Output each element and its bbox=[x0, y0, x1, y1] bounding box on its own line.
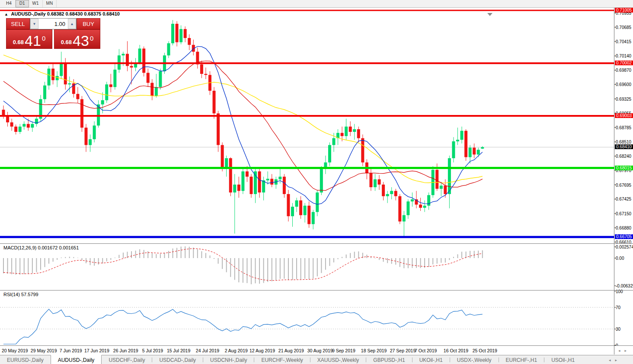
candlestick bbox=[307, 206, 310, 224]
date-axis-label: 9 Sep 2019 bbox=[332, 348, 355, 353]
candlestick bbox=[382, 185, 385, 196]
tab-bar-arrows: ◂ ▸ bbox=[609, 358, 617, 362]
candlestick bbox=[126, 54, 129, 66]
candlestick bbox=[229, 158, 232, 192]
candlestick bbox=[167, 43, 170, 55]
date-axis-label: 15 Jul 2019 bbox=[167, 348, 190, 353]
timeframe-toolbar: H4D1W1MN bbox=[0, 0, 633, 8]
sell-price-prefix: 0.68 bbox=[13, 39, 24, 45]
tabs-scroll-left-icon[interactable]: ◂ bbox=[609, 358, 611, 362]
rsi-indicator-label: RSI(14) 57.5799 bbox=[3, 292, 38, 297]
rsi-axis-label: 30 bbox=[616, 327, 633, 332]
date-axis-label: 27 Sep 2019 bbox=[390, 348, 416, 353]
sell-button[interactable]: SELL bbox=[6, 18, 30, 29]
candlestick bbox=[147, 73, 150, 83]
candlestick bbox=[241, 171, 244, 191]
candlestick bbox=[121, 54, 125, 56]
timeframe-button-w1[interactable]: W1 bbox=[29, 0, 43, 7]
chart-symbol-label: AUDUSD-,Daily bbox=[11, 11, 46, 16]
chart-tab-audusd-daily[interactable]: AUDUSD-,Daily bbox=[51, 355, 102, 364]
price-axis-tick-label: 0.66610 bbox=[616, 240, 633, 245]
candlestick bbox=[27, 124, 30, 128]
volume-input[interactable] bbox=[38, 19, 68, 29]
tabs-scroll-right-icon[interactable]: ▸ bbox=[615, 358, 617, 362]
chart-canvas[interactable] bbox=[0, 0, 633, 364]
price-axis-tick-label: 0.69600 bbox=[616, 82, 633, 87]
price-axis-tick-label: 0.68240 bbox=[616, 154, 633, 159]
price-axis-tick-label: 0.68510 bbox=[616, 140, 633, 144]
candlestick bbox=[254, 171, 257, 194]
candlestick bbox=[171, 24, 174, 43]
candlestick bbox=[460, 131, 464, 140]
buy-price-button[interactable]: 0.68 43 0 bbox=[54, 29, 100, 49]
candlestick bbox=[258, 171, 261, 192]
volume-stepper: ▼ ▲ bbox=[30, 18, 77, 29]
candlestick bbox=[403, 215, 406, 222]
candlestick bbox=[250, 177, 253, 194]
candlestick bbox=[435, 170, 438, 189]
candlestick bbox=[101, 100, 104, 105]
sell-price-button[interactable]: 0.68 41 0 bbox=[6, 29, 52, 49]
candlestick bbox=[221, 145, 224, 169]
candlestick bbox=[130, 66, 133, 68]
chart-tab-usoil-h1[interactable]: USOil-,H1 bbox=[544, 355, 582, 364]
candlestick bbox=[406, 201, 409, 215]
candlestick bbox=[31, 124, 34, 128]
date-axis-label: 17 Jun 2019 bbox=[84, 348, 109, 353]
candlestick bbox=[138, 48, 141, 63]
candlestick bbox=[155, 87, 158, 96]
one-click-trading-toggle-icon[interactable]: ▲ bbox=[4, 12, 8, 16]
candlestick bbox=[2, 110, 5, 115]
chart-tab-usdcnh-daily[interactable]: USDCNH-,Daily bbox=[203, 355, 254, 364]
chart-tab-eurusd-daily[interactable]: EURUSD-,Daily bbox=[0, 355, 51, 364]
candlestick bbox=[369, 173, 372, 187]
candlestick bbox=[60, 63, 63, 76]
chart-tab-usdchf-daily[interactable]: USDCHF-,Daily bbox=[102, 355, 152, 364]
timeframe-button-d1[interactable]: D1 bbox=[16, 0, 29, 7]
date-axis-label: 16 Oct 2019 bbox=[444, 348, 468, 353]
chart-tab-usdcad-daily[interactable]: USDCAD-,Daily bbox=[152, 355, 203, 364]
timeframe-button-mn[interactable]: MN bbox=[43, 0, 57, 7]
candlestick bbox=[473, 148, 476, 155]
candlestick bbox=[332, 138, 336, 145]
candlestick bbox=[233, 185, 236, 192]
candlestick bbox=[43, 86, 46, 99]
candlestick bbox=[266, 179, 269, 181]
timeframe-button-h4[interactable]: H4 bbox=[3, 0, 16, 7]
scroll-left-icon[interactable]: ◂ bbox=[618, 348, 620, 353]
buy-price-pips: 43 bbox=[73, 34, 89, 47]
candlestick bbox=[423, 206, 426, 208]
chart-tab-usdx-weekly[interactable]: USDX-,Weekly bbox=[450, 355, 499, 364]
chart-title: ▲ AUDUSD-,Daily 0.68382 0.68430 0.68375 … bbox=[4, 11, 120, 16]
chart-tab-gbpusd-h1[interactable]: GBPUSD-,H1 bbox=[366, 355, 412, 364]
volume-increase-icon[interactable]: ▲ bbox=[68, 19, 76, 29]
candlestick bbox=[14, 127, 17, 132]
buy-price-prefix: 0.68 bbox=[61, 39, 72, 45]
price-axis-separator bbox=[614, 7, 614, 354]
date-axis-label: 7 Oct 2019 bbox=[415, 348, 437, 353]
date-axis-label: 30 Aug 2019 bbox=[307, 348, 333, 353]
chart-tab-eurchf-h1[interactable]: EURCHF-,H1 bbox=[499, 355, 544, 364]
date-axis-label: 20 May 2019 bbox=[2, 348, 28, 353]
candlestick bbox=[64, 63, 67, 84]
buy-button[interactable]: BUY bbox=[77, 18, 100, 29]
candlestick bbox=[176, 24, 179, 42]
chart-tab-eurchf-weekly[interactable]: EURCHF-,Weekly bbox=[254, 355, 310, 364]
macd-axis-label: 0.00 bbox=[616, 256, 633, 261]
chart-shift-marker-icon[interactable] bbox=[487, 13, 492, 16]
chart-tab-ukoil-h1[interactable]: UKOil-,H1 bbox=[412, 355, 450, 364]
candlestick bbox=[188, 38, 191, 45]
candlestick bbox=[159, 71, 162, 87]
date-axis-label: 12 Aug 2019 bbox=[249, 348, 275, 353]
date-axis-separator bbox=[0, 345, 633, 346]
date-axis-label: 7 Jun 2019 bbox=[60, 348, 82, 353]
candlestick bbox=[184, 29, 187, 38]
candlestick bbox=[10, 122, 13, 127]
price-axis-tick-label: 0.70415 bbox=[616, 39, 633, 44]
candlestick bbox=[444, 185, 447, 194]
candlestick bbox=[48, 69, 51, 86]
chart-tab-xauusd-weekly[interactable]: XAUUSD-,Weekly bbox=[310, 355, 366, 364]
volume-decrease-icon[interactable]: ▼ bbox=[30, 19, 38, 29]
scroll-right-icon[interactable]: ▸ bbox=[625, 348, 627, 353]
candlestick bbox=[287, 194, 290, 216]
